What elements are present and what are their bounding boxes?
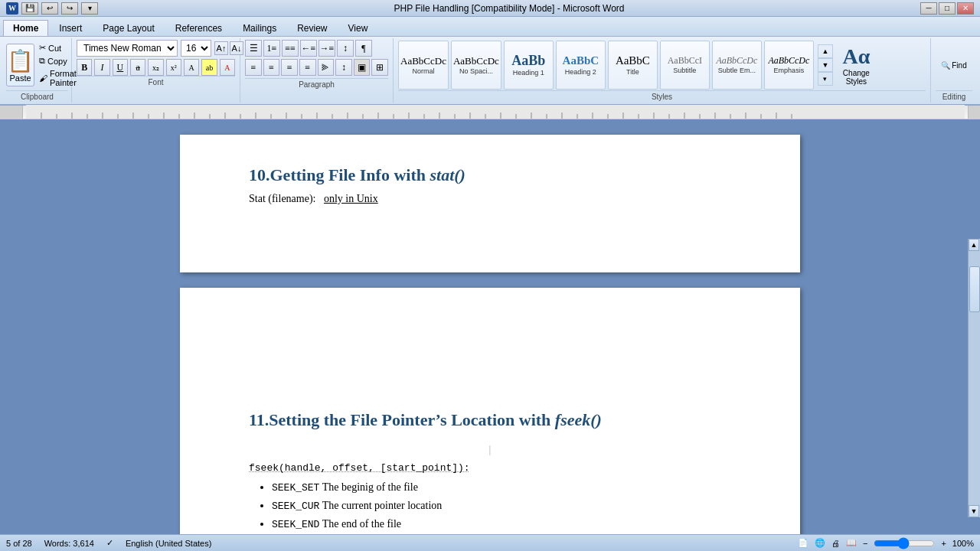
tab-insert[interactable]: Insert [49, 20, 92, 36]
highlight-button[interactable]: ab [201, 59, 217, 76]
font-color-button[interactable]: A [220, 59, 235, 76]
borders-button[interactable]: ⊞ [371, 59, 388, 76]
align-left-button[interactable]: ≡ [245, 59, 262, 76]
change-styles-button[interactable]: Aα Change Styles [835, 41, 877, 90]
undo-btn[interactable]: ↩ [41, 2, 58, 15]
zoom-slider[interactable] [874, 540, 935, 546]
page2-heading: 11.Setting the File Pointer’s Location w… [249, 410, 731, 430]
ruler-marks [26, 105, 965, 119]
style-subtle-em-button[interactable]: AaBbCcDc Subtle Em... [712, 41, 762, 90]
scroll-up-btn[interactable]: ▲ [969, 239, 979, 251]
list-item: SEEK_CUR The current pointer location [272, 500, 731, 512]
tab-review[interactable]: Review [287, 20, 337, 36]
font-row1: Times New Roman 16 A↑ A↓ ✕A [77, 40, 235, 57]
style-title-button[interactable]: AaBbC Title [608, 41, 658, 90]
view-normal-btn[interactable]: 📄 [798, 538, 808, 548]
title-bar: W 💾 ↩ ↪ ▾ PHP File Handling [Compatibili… [0, 0, 980, 17]
clipboard-top: 📋 Paste ✂Cut ⧉Copy 🖌Format Painter [6, 40, 68, 90]
tab-view[interactable]: View [338, 20, 378, 36]
justify-button[interactable]: ≡ [299, 59, 316, 76]
style-no-spacing-button[interactable]: AaBbCcDc No Spaci... [451, 41, 501, 90]
font-name-select[interactable]: Times New Roman [77, 40, 178, 57]
scrollbar-thumb[interactable] [969, 266, 980, 312]
zoom-out-btn[interactable]: − [863, 539, 867, 548]
vertical-scrollbar[interactable]: ▲ ▼ [968, 239, 980, 517]
quick-save-btn[interactable]: 💾 [21, 2, 38, 15]
clipboard-group: 📋 Paste ✂Cut ⧉Copy 🖌Format Painter Clipb… [3, 38, 72, 103]
svg-rect-0 [26, 105, 965, 119]
align-right-button[interactable]: ≡ [281, 59, 298, 76]
font-label: Font [77, 76, 235, 86]
style-heading1-button[interactable]: AaBb Heading 1 [504, 41, 554, 90]
window-title: PHP File Handling [Compatibility Mode] -… [98, 3, 920, 14]
style-normal-button[interactable]: AaBbCcDc Normal [398, 41, 449, 90]
list-item: SEEK_END The end of the file [272, 518, 731, 530]
find-button[interactable]: 🔍Find [941, 61, 966, 70]
view-read-btn[interactable]: 📖 [846, 538, 857, 548]
increase-indent-button[interactable]: →≡ [318, 40, 335, 57]
zoom-level: 100% [952, 539, 974, 548]
page-info: 5 of 28 [6, 539, 32, 548]
view-print-btn[interactable]: 🖨 [831, 539, 840, 548]
paragraph-group: ☰ 1≡ ≡≡ ←≡ →≡ ↕ ¶ ≡ ≡ ≡ ≡ ⫸ ↕ ▣ ⊞ Paragr… [240, 38, 394, 103]
strikethrough-button[interactable]: a [130, 59, 145, 76]
font-size-select[interactable]: 16 [181, 40, 211, 57]
view-web-btn[interactable]: 🌐 [815, 538, 825, 548]
bold-button[interactable]: B [77, 59, 92, 76]
maximize-btn[interactable]: □ [939, 2, 956, 15]
spell-check-icon[interactable]: ✓ [106, 538, 113, 548]
styles-scroll-up-btn[interactable]: ▲ [818, 44, 833, 58]
font-group: Times New Roman 16 A↑ A↓ ✕A B I U a x₂ x… [72, 38, 240, 103]
styles-more-btn[interactable]: ▾ [818, 72, 833, 86]
styles-group: AaBbCcDc Normal AaBbCcDc No Spaci... AaB… [394, 38, 931, 103]
tab-mailings[interactable]: Mailings [233, 20, 286, 36]
page2-bullet-list: SEEK_SET The beginig of the file SEEK_CU… [272, 481, 731, 530]
page-2: 11.Setting the File Pointer’s Location w… [180, 288, 800, 534]
scroll-down-btn[interactable]: ▼ [969, 505, 979, 517]
close-btn[interactable]: ✕ [957, 2, 974, 15]
paragraph-label: Paragraph [245, 78, 388, 89]
tab-page-layout[interactable]: Page Layout [93, 20, 164, 36]
paste-button[interactable]: 📋 Paste [6, 44, 34, 86]
word-icon: W [6, 2, 18, 15]
tab-references[interactable]: References [165, 20, 232, 36]
para-row1: ☰ 1≡ ≡≡ ←≡ →≡ ↕ ¶ [245, 40, 388, 57]
editing-group: 🔍Find Editing [931, 38, 977, 103]
status-right: 📄 🌐 🖨 📖 − + 100% [798, 538, 974, 548]
align-center-button[interactable]: ≡ [263, 59, 280, 76]
dropdown-btn[interactable]: ▾ [81, 2, 98, 15]
show-marks-button[interactable]: ¶ [355, 40, 372, 57]
status-bar: 5 of 28 Words: 3,614 ✓ English (United S… [0, 534, 980, 551]
zoom-in-btn[interactable]: + [941, 539, 946, 548]
page1-heading-text: 10.Getting File Info with [249, 165, 426, 184]
style-heading2-button[interactable]: AaBbC Heading 2 [556, 41, 606, 90]
cursor-position: | [249, 442, 731, 456]
text-effects-button[interactable]: A [184, 59, 199, 76]
bullets-button[interactable]: ☰ [245, 40, 262, 57]
redo-btn[interactable]: ↪ [61, 2, 78, 15]
page2-heading-italic: fseek() [555, 410, 602, 429]
para-row2: ≡ ≡ ≡ ≡ ⫸ ↕ ▣ ⊞ [245, 59, 388, 76]
styles-scroll-down-btn[interactable]: ▼ [818, 58, 833, 72]
page2-code-line: fseek(handle, offset, [start_point]): [249, 462, 731, 474]
font-size-increase-btn[interactable]: A↑ [214, 41, 228, 55]
language: English (United States) [126, 539, 212, 548]
window-controls[interactable]: ─ □ ✕ [920, 2, 974, 15]
multilevel-button[interactable]: ≡≡ [282, 40, 299, 57]
italic-button[interactable]: I [94, 59, 109, 76]
superscript-button[interactable]: x² [166, 59, 181, 76]
tab-home[interactable]: Home [3, 20, 48, 36]
minimize-btn[interactable]: ─ [920, 2, 937, 15]
style-emphasis-button[interactable]: AaBbCcDc Emphasis [764, 41, 814, 90]
line-spacing-button[interactable]: ↕ [335, 59, 352, 76]
underline-button[interactable]: U [113, 59, 128, 76]
page1-line1: Stat (filename): only in Unix [249, 193, 731, 205]
decrease-indent-button[interactable]: ←≡ [300, 40, 317, 57]
numbering-button[interactable]: 1≡ [263, 40, 280, 57]
page2-spacer [249, 318, 731, 410]
columns-button[interactable]: ⫸ [318, 59, 335, 76]
style-subtitle-button[interactable]: AaBbCcI Subtitle [660, 41, 710, 90]
shading-button[interactable]: ▣ [354, 59, 371, 76]
sort-button[interactable]: ↕ [337, 40, 354, 57]
subscript-button[interactable]: x₂ [148, 59, 163, 76]
